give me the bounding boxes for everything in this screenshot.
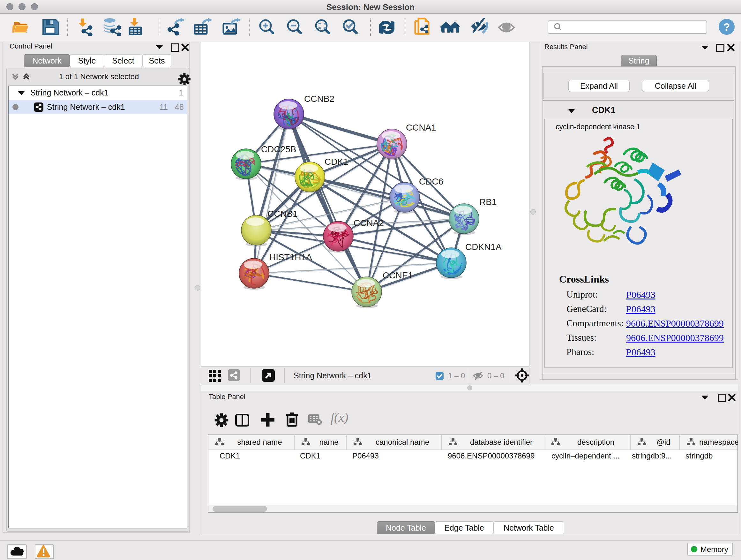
- svg-text:RB1: RB1: [479, 197, 496, 207]
- svg-text:CDC6: CDC6: [419, 177, 443, 186]
- svg-text:CCNA1: CCNA1: [406, 123, 436, 132]
- svg-text:CDK1: CDK1: [325, 157, 348, 167]
- svg-text:CDC25B: CDC25B: [261, 144, 296, 154]
- svg-text:HIST1H1A: HIST1H1A: [269, 252, 312, 262]
- svg-text:CCNE1: CCNE1: [383, 270, 413, 280]
- svg-text:CDKN1A: CDKN1A: [465, 242, 502, 252]
- svg-text:CCNA2: CCNA2: [354, 218, 384, 228]
- svg-text:CCNB2: CCNB2: [304, 94, 334, 104]
- svg-text:CCNB1: CCNB1: [267, 209, 298, 219]
